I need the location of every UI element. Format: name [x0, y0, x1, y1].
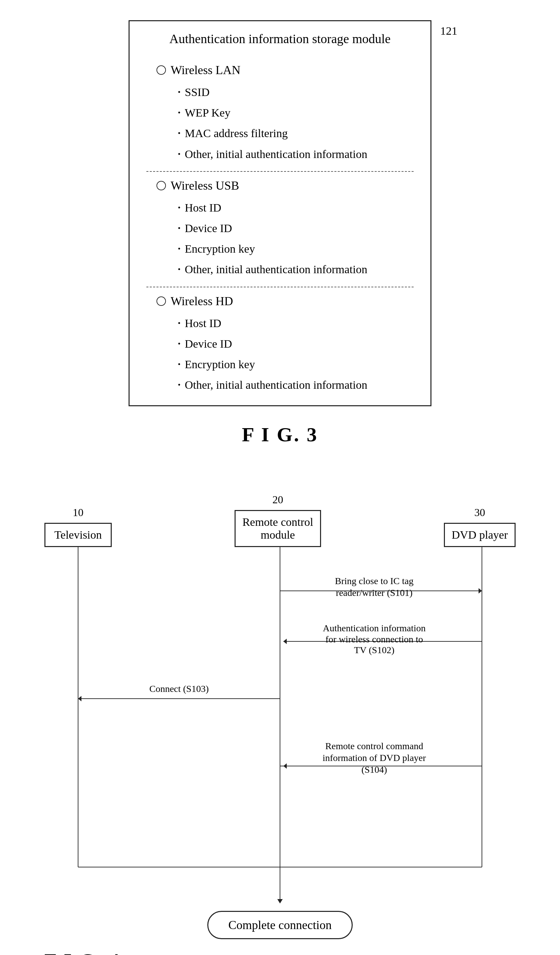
- msg3-label: Connect (S103): [150, 684, 209, 694]
- svg-text:reader/writer (S101): reader/writer (S101): [336, 587, 413, 598]
- participant-dvd: 30 DVD player: [444, 506, 516, 547]
- participant-tv: 10 Television: [44, 506, 112, 547]
- list-item: Encryption key: [173, 354, 413, 374]
- circle-bullet-usb: [156, 181, 166, 190]
- wireless-usb-items: Host ID Device ID Encryption key Other, …: [156, 197, 413, 280]
- svg-marker-8: [283, 639, 287, 644]
- fig4-section: 10 Television 20 Remote control module 3…: [27, 493, 533, 955]
- svg-marker-14: [283, 763, 287, 769]
- participant-rc: 20 Remote control module: [235, 493, 321, 547]
- list-item: Other, initial authentication informatio…: [173, 259, 413, 280]
- wireless-usb-section: Wireless USB Host ID Device ID Encryptio…: [147, 172, 413, 287]
- svg-text:TV (S102): TV (S102): [354, 645, 395, 655]
- wireless-lan-section: Wireless LAN SSID WEP Key MAC address fi…: [147, 56, 413, 172]
- msg4-label: Remote control command: [325, 741, 423, 751]
- wireless-hd-section: Wireless HD Host ID Device ID Encryption…: [147, 287, 413, 402]
- sequence-svg: Bring close to IC tag reader/writer (S10…: [44, 547, 516, 917]
- svg-text:for wireless connection to: for wireless connection to: [325, 634, 423, 644]
- list-item: Encryption key: [173, 238, 413, 259]
- wireless-lan-header: Wireless LAN: [156, 63, 413, 77]
- svg-marker-12: [78, 696, 81, 701]
- complete-connection-label: Complete connection: [207, 911, 353, 939]
- circle-bullet-lan: [156, 65, 166, 75]
- tv-box: Television: [44, 523, 112, 547]
- list-item: SSID: [173, 82, 413, 102]
- module-title: Authentication information storage modul…: [147, 31, 413, 46]
- dvd-box: DVD player: [444, 523, 516, 547]
- wireless-usb-header: Wireless USB: [156, 178, 413, 193]
- module-label: 121: [440, 25, 457, 38]
- wireless-hd-header: Wireless HD: [156, 294, 413, 308]
- svg-text:(S104): (S104): [362, 764, 387, 775]
- list-item: MAC address filtering: [173, 123, 413, 144]
- svg-marker-18: [277, 899, 283, 903]
- rc-box: Remote control module: [235, 510, 321, 547]
- list-item: Other, initial authentication informatio…: [173, 374, 413, 395]
- list-item: Host ID: [173, 313, 413, 333]
- fig4-caption-row: F I G. 4: [44, 949, 516, 955]
- participants-row: 10 Television 20 Remote control module 3…: [44, 493, 516, 547]
- module-box: Authentication information storage modul…: [129, 20, 431, 406]
- msg1-label: Bring close to IC tag: [335, 576, 413, 586]
- wireless-hd-items: Host ID Device ID Encryption key Other, …: [156, 313, 413, 396]
- list-item: Device ID: [173, 218, 413, 238]
- msg2-label: Authentication information: [323, 623, 426, 633]
- complete-connection-row: Complete connection: [44, 911, 516, 939]
- fig3-caption: F I G. 3: [242, 423, 318, 446]
- sequence-diagram: 10 Television 20 Remote control module 3…: [44, 493, 516, 939]
- list-item: Host ID: [173, 197, 413, 218]
- list-item: Other, initial authentication informatio…: [173, 144, 413, 164]
- svg-text:information of DVD player: information of DVD player: [322, 753, 426, 763]
- circle-bullet-hd: [156, 296, 166, 306]
- svg-marker-5: [479, 588, 482, 593]
- list-item: Device ID: [173, 333, 413, 354]
- list-item: WEP Key: [173, 102, 413, 123]
- fig4-caption: F I G. 4: [44, 949, 120, 955]
- wireless-lan-items: SSID WEP Key MAC address filtering Other…: [156, 82, 413, 164]
- fig3-section: Authentication information storage modul…: [27, 20, 533, 473]
